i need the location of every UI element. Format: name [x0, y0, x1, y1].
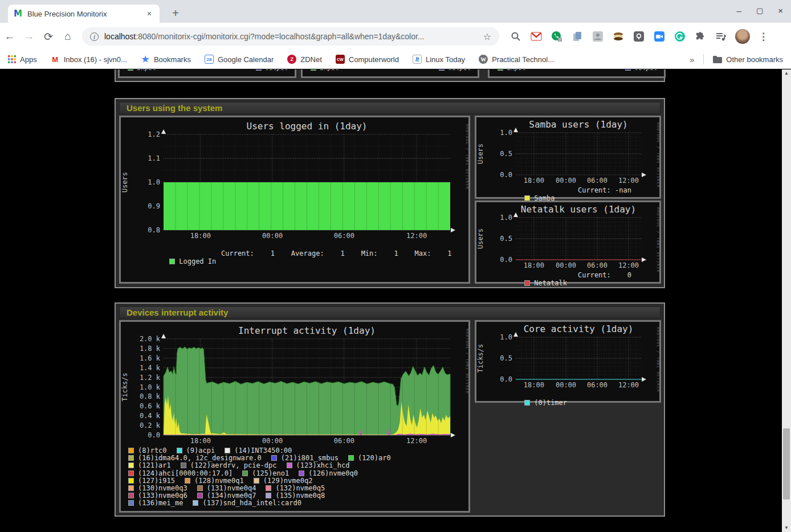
- svg-text:?: ?: [558, 38, 560, 42]
- svg-text:Ticks/s: Ticks/s: [476, 344, 484, 373]
- legend-swatch: [128, 470, 134, 476]
- bookmark-google-calendar[interactable]: 28 Google Calendar: [205, 55, 274, 64]
- legend-swatch: [181, 463, 186, 468]
- legend-swatch: [299, 470, 304, 476]
- forward-icon[interactable]: →: [19, 30, 39, 43]
- extension-icons: ?: [509, 29, 766, 44]
- apps-grid-icon: [8, 55, 16, 63]
- browser-tab[interactable]: M Blue Precision Monitorix ×: [8, 5, 160, 23]
- legend-swatch: [266, 485, 271, 491]
- legend-swatch: [197, 485, 203, 491]
- svg-text:Users: Users: [476, 228, 484, 249]
- page-info-icon[interactable]: i: [90, 32, 99, 41]
- minimize-icon[interactable]: –: [737, 5, 741, 17]
- copy-pages-icon[interactable]: [571, 31, 583, 43]
- computerworld-icon: CW: [336, 55, 345, 64]
- section-interrupts: Devices interrupt activity 0.00.2 k0.4 k…: [115, 302, 665, 517]
- bookmark-inbox[interactable]: M Inbox (16) - sjvn0...: [51, 55, 127, 64]
- bookmark-computerworld[interactable]: CW Computerworld: [336, 55, 399, 64]
- address-bar[interactable]: i localhost:8080/monitorix-cgi/monitorix…: [82, 27, 499, 46]
- interrupt-activity-graph[interactable]: 0.00.2 k0.4 k0.6 k0.8 k1.0 k1.2 k1.4 k1.…: [119, 320, 470, 513]
- legend-swatch: [185, 478, 190, 484]
- scrollbar-down-icon[interactable]: ▼: [782, 524, 791, 532]
- stack-ext-icon[interactable]: [612, 31, 624, 43]
- core-chart-legend: (0)timer: [483, 391, 656, 415]
- svg-text:Users: Users: [121, 172, 129, 193]
- svg-text:18:00: 18:00: [524, 261, 544, 269]
- svg-text:06:00: 06:00: [334, 232, 354, 240]
- legend-row: (127)i915(128)nvme0q1(129)nvme0q2: [128, 477, 401, 485]
- voice-call-icon[interactable]: ?: [551, 31, 562, 43]
- puzzle-extensions-icon[interactable]: [694, 31, 706, 43]
- output-legend-label: Output: [265, 69, 288, 72]
- bookmark-bookmarks[interactable]: ★ Bookmarks: [141, 55, 191, 64]
- partial-graph-panel[interactable]: Input Output: [301, 69, 479, 78]
- home-icon[interactable]: ⌂: [58, 30, 78, 43]
- svg-text:M: M: [14, 9, 22, 18]
- svg-text:1.1: 1.1: [148, 154, 160, 162]
- page-scrollbar[interactable]: ▲ ▼: [782, 69, 791, 532]
- back-icon[interactable]: ←: [0, 30, 19, 43]
- other-bookmarks[interactable]: Other bookmarks: [713, 55, 783, 64]
- svg-text:1.0 k: 1.0 k: [140, 383, 161, 391]
- bookmark-label: Practical Technol...: [492, 55, 554, 64]
- scrollbar-thumb[interactable]: [783, 428, 790, 500]
- partial-graph-panel[interactable]: Input Output: [118, 69, 296, 78]
- svg-text:00:00: 00:00: [556, 261, 576, 269]
- svg-text:1.2: 1.2: [148, 130, 160, 138]
- core-activity-graph[interactable]: 0.00.51.018:0000:0006:0012:00Core activi…: [475, 320, 661, 403]
- svg-text:12:00: 12:00: [618, 381, 639, 389]
- samba-current-value: Current: -nan: [578, 186, 631, 194]
- wordpress-icon: W: [479, 55, 488, 64]
- bookmark-zdnet[interactable]: Z ZDNet: [287, 55, 322, 64]
- bookmark-label: Google Calendar: [218, 55, 274, 64]
- bookmark-apps[interactable]: Apps: [8, 55, 37, 64]
- netatalk-swatch: [524, 280, 530, 286]
- svg-text:1.0: 1.0: [148, 178, 160, 186]
- bookmark-star-icon[interactable]: ☆: [483, 31, 491, 42]
- tab-close-icon[interactable]: ×: [145, 9, 154, 18]
- bookmarks-overflow-chevron[interactable]: »: [690, 55, 694, 64]
- scrollbar-up-icon[interactable]: ▲: [782, 69, 791, 77]
- bookmark-label: Apps: [20, 55, 37, 64]
- section-title-interrupts: Devices interrupt activity: [119, 306, 660, 318]
- bookmark-practical-technology[interactable]: W Practical Technol...: [479, 55, 554, 64]
- partial-graph-panel[interactable]: Input Output: [488, 69, 666, 78]
- browser-menu-icon[interactable]: ⋮: [759, 31, 766, 43]
- grammarly-icon[interactable]: [674, 31, 686, 43]
- legend-swatch: [128, 463, 134, 468]
- reload-icon[interactable]: ⟳: [39, 30, 58, 43]
- samba-users-graph[interactable]: 0.00.51.018:0000:0006:0012:00Samba users…: [475, 116, 661, 199]
- legend-swatch: [197, 493, 203, 498]
- playlist-icon[interactable]: [715, 31, 727, 43]
- lock-ext-icon[interactable]: [633, 31, 645, 43]
- person-ext-icon[interactable]: [592, 31, 604, 43]
- bookmark-linux-today[interactable]: lt Linux Today: [413, 55, 465, 64]
- maximize-icon[interactable]: ▢: [756, 5, 763, 17]
- video-camera-icon[interactable]: [653, 31, 665, 43]
- bookmark-label: Computerworld: [349, 55, 399, 64]
- gmail-icon[interactable]: [530, 31, 542, 43]
- svg-text:00:00: 00:00: [262, 232, 283, 240]
- svg-text:Ticks/s: Ticks/s: [121, 373, 129, 402]
- new-tab-button[interactable]: +: [169, 7, 182, 21]
- svg-text:1.0: 1.0: [500, 333, 512, 341]
- url-rest: :8080/monitorix-cgi/monitorix.cgi?mode=l…: [136, 32, 424, 41]
- search-icon[interactable]: [509, 31, 521, 43]
- svg-text:0.2 k: 0.2 k: [140, 421, 161, 429]
- svg-text:06:00: 06:00: [587, 381, 607, 389]
- output-legend-swatch: [625, 69, 631, 71]
- users-logged-in-graph[interactable]: 0.80.91.01.11.218:0000:0006:0012:00Users…: [119, 116, 470, 284]
- bookmarks-bar: Apps M Inbox (16) - sjvn0... ★ Bookmarks…: [0, 50, 791, 69]
- url-text[interactable]: localhost:8080/monitorix-cgi/monitorix.c…: [104, 32, 479, 41]
- close-window-icon[interactable]: ×: [778, 5, 783, 17]
- page-content: Input Output Input Output Input Output U…: [0, 69, 782, 532]
- netatalk-users-graph[interactable]: 0.00.51.018:0000:0006:0012:00Netatalk us…: [475, 200, 661, 284]
- timer-swatch: [524, 400, 530, 406]
- bookmark-label: Inbox (16) - sjvn0...: [64, 55, 127, 64]
- svg-text:Netatalk users (1day): Netatalk users (1day): [521, 204, 636, 215]
- profile-avatar[interactable]: [735, 29, 750, 44]
- svg-text:0.0: 0.0: [500, 375, 512, 383]
- input-legend-label: Input: [137, 69, 156, 72]
- svg-text:RRDTOOL / TOBI OETIKER: RRDTOOL / TOBI OETIKER: [465, 329, 468, 394]
